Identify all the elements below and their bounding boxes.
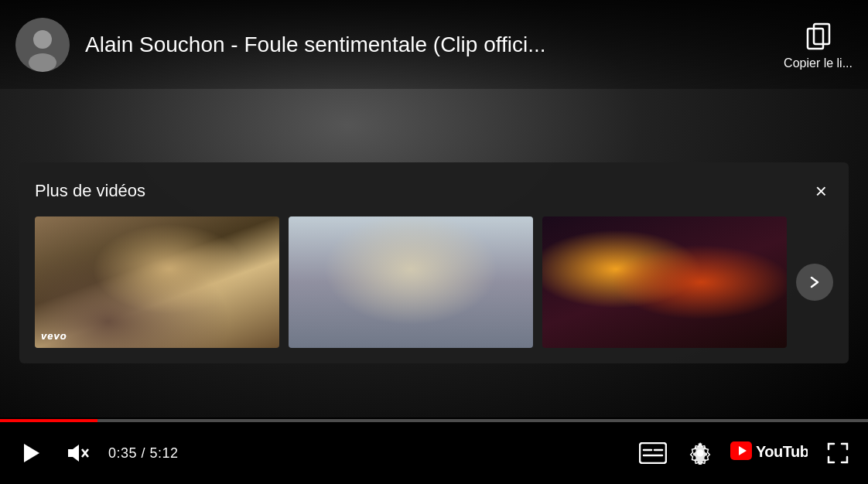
fullscreen-button[interactable]: [823, 438, 853, 468]
svg-rect-9: [640, 443, 666, 463]
controls-bar: 0:35 / 5:12 YouTube: [0, 422, 868, 484]
more-videos-panel: Plus de vidéos × vevo: [19, 162, 849, 363]
captions-button[interactable]: [636, 439, 670, 467]
mute-button[interactable]: [62, 438, 93, 469]
thumbnail-1-image: [35, 216, 279, 348]
copy-label: Copier le li...: [784, 56, 853, 70]
thumbnail-3[interactable]: [542, 216, 787, 348]
copy-link-button[interactable]: Copier le li...: [784, 19, 853, 70]
settings-button[interactable]: [685, 438, 715, 468]
video-header: Alain Souchon - Foule sentimentale (Clip…: [0, 0, 868, 89]
svg-point-1: [33, 30, 52, 49]
time-display: 0:35 / 5:12: [108, 445, 179, 462]
video-title: Alain Souchon - Foule sentimentale (Clip…: [85, 32, 768, 57]
panel-title: Plus de vidéos: [35, 181, 145, 201]
thumbnail-1[interactable]: vevo: [35, 216, 279, 348]
thumbnail-2[interactable]: [289, 216, 533, 348]
close-panel-button[interactable]: ×: [809, 178, 833, 204]
vevo-badge: vevo: [41, 330, 67, 342]
panel-header: Plus de vidéos ×: [35, 178, 833, 204]
svg-rect-3: [814, 24, 829, 44]
play-button[interactable]: [15, 438, 46, 469]
svg-marker-5: [24, 444, 39, 462]
svg-point-2: [29, 53, 56, 72]
copy-icon: [801, 19, 836, 53]
thumbnail-2-image: [289, 216, 533, 348]
youtube-logo: YouTube: [730, 438, 808, 468]
svg-text:YouTube: YouTube: [756, 443, 808, 460]
thumbnail-3-image: [542, 216, 787, 348]
next-videos-button[interactable]: [796, 264, 833, 301]
channel-avatar: [15, 18, 70, 72]
svg-marker-6: [68, 445, 79, 462]
thumbnails-row: vevo: [35, 216, 833, 348]
svg-rect-4: [808, 29, 823, 49]
